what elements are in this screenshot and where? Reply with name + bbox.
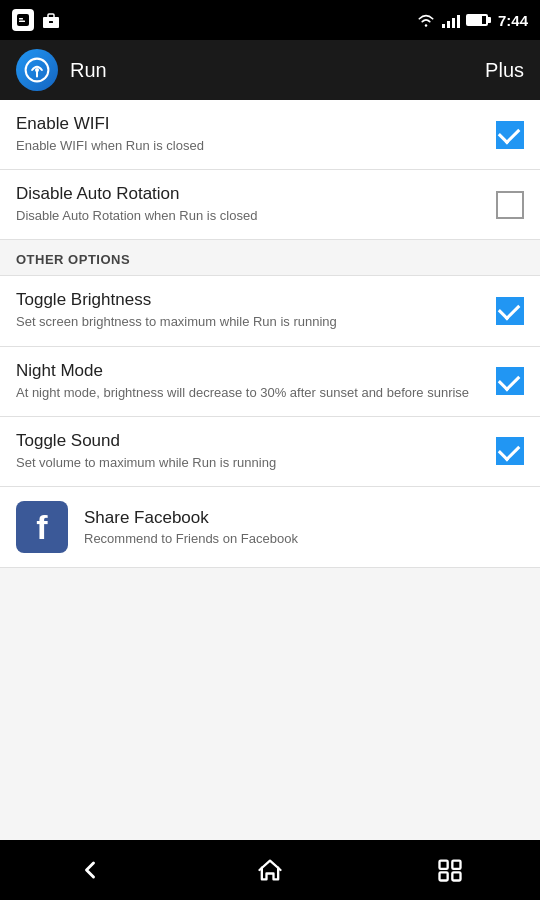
toggle-sound-desc: Set volume to maximum while Run is runni… [16, 454, 480, 472]
enable-wifi-checkbox[interactable] [496, 121, 524, 149]
toggle-brightness-item[interactable]: Toggle Brightness Set screen brightness … [0, 276, 540, 346]
toggle-sound-item[interactable]: Toggle Sound Set volume to maximum while… [0, 417, 540, 487]
share-facebook-item[interactable]: f Share Facebook Recommend to Friends on… [0, 487, 540, 568]
time-display: 7:44 [498, 12, 528, 29]
bbm-icon [12, 9, 34, 31]
enable-wifi-title: Enable WIFI [16, 114, 480, 134]
toggle-sound-checkbox[interactable] [496, 437, 524, 465]
battery-icon [466, 14, 488, 26]
svg-rect-1 [19, 18, 23, 20]
disable-auto-rotation-item[interactable]: Disable Auto Rotation Disable Auto Rotat… [0, 170, 540, 240]
night-mode-item[interactable]: Night Mode At night mode, brightness wil… [0, 347, 540, 417]
signal-icon [442, 12, 460, 28]
facebook-desc: Recommend to Friends on Facebook [84, 531, 298, 546]
app-bar: Run Plus [0, 40, 540, 100]
facebook-title: Share Facebook [84, 508, 298, 528]
disable-auto-rotation-desc: Disable Auto Rotation when Run is closed [16, 207, 480, 225]
svg-rect-9 [452, 872, 460, 880]
toggle-brightness-checkbox[interactable] [496, 297, 524, 325]
status-bar-right: 7:44 [416, 12, 528, 29]
svg-rect-10 [440, 872, 448, 880]
other-options-section: OTHER OPTIONS [0, 240, 540, 275]
status-bar: 7:44 [0, 0, 540, 40]
night-mode-checkbox[interactable] [496, 367, 524, 395]
night-mode-desc: At night mode, brightness will decrease … [16, 384, 480, 402]
back-button[interactable] [60, 850, 120, 890]
recents-button[interactable] [420, 850, 480, 890]
svg-point-6 [35, 68, 39, 72]
toggle-sound-title: Toggle Sound [16, 431, 480, 451]
svg-rect-7 [440, 861, 448, 869]
svg-rect-8 [452, 861, 460, 869]
svg-rect-2 [19, 21, 25, 23]
wifi-icon [416, 12, 436, 28]
enable-wifi-desc: Enable WIFI when Run is closed [16, 137, 480, 155]
app-subtitle: Plus [485, 59, 524, 82]
disable-auto-rotation-title: Disable Auto Rotation [16, 184, 480, 204]
svg-rect-0 [17, 14, 29, 26]
disable-auto-rotation-checkbox[interactable] [496, 191, 524, 219]
briefcase-icon [40, 9, 62, 31]
status-bar-left [12, 9, 62, 31]
night-mode-title: Night Mode [16, 361, 480, 381]
home-button[interactable] [240, 850, 300, 890]
facebook-icon: f [16, 501, 68, 553]
svg-rect-4 [49, 21, 53, 23]
app-title: Run [70, 59, 485, 82]
toggle-brightness-desc: Set screen brightness to maximum while R… [16, 313, 480, 331]
toggle-brightness-title: Toggle Brightness [16, 290, 480, 310]
app-icon [16, 49, 58, 91]
enable-wifi-item[interactable]: Enable WIFI Enable WIFI when Run is clos… [0, 100, 540, 170]
content: Enable WIFI Enable WIFI when Run is clos… [0, 100, 540, 840]
bottom-nav [0, 840, 540, 900]
other-options-label: OTHER OPTIONS [16, 252, 524, 267]
